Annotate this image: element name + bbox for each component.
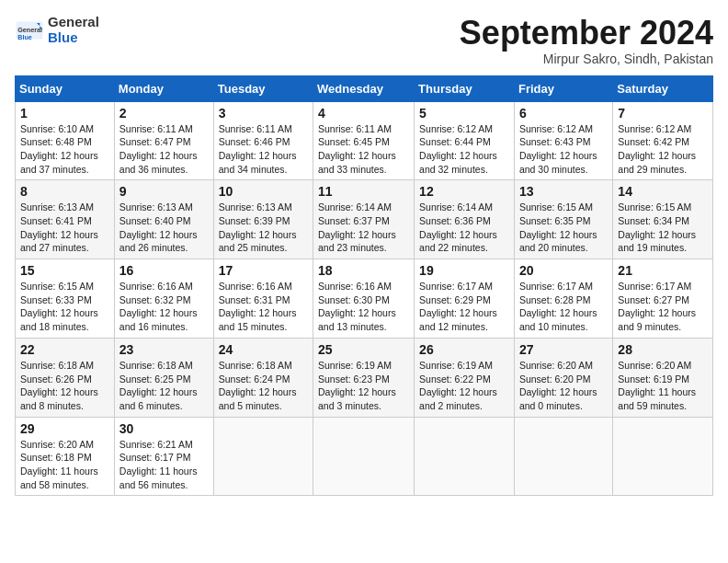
month-title: September 2024 [460,15,713,52]
calendar-cell: 22Sunrise: 6:18 AMSunset: 6:26 PMDayligh… [16,338,115,417]
day-number: 14 [618,184,708,199]
day-info: Sunrise: 6:11 AMSunset: 6:46 PMDaylight:… [219,122,308,177]
calendar-cell: 9Sunrise: 6:13 AMSunset: 6:40 PMDaylight… [114,180,213,259]
day-number: 24 [219,342,308,357]
day-number: 26 [419,342,509,357]
calendar-cell: 4Sunrise: 6:11 AMSunset: 6:45 PMDaylight… [313,101,415,180]
day-info: Sunrise: 6:19 AMSunset: 6:22 PMDaylight:… [419,359,509,413]
day-info: Sunrise: 6:16 AMSunset: 6:31 PMDaylight:… [219,280,308,334]
day-number: 25 [318,342,409,357]
day-info: Sunrise: 6:17 AMSunset: 6:29 PMDaylight:… [419,280,509,334]
header-day-friday: Friday [514,75,612,101]
calendar-cell: 1Sunrise: 6:10 AMSunset: 6:48 PMDaylight… [16,101,115,180]
header-day-saturday: Saturday [613,75,713,101]
day-number: 13 [519,184,608,199]
calendar-cell [613,417,713,496]
day-info: Sunrise: 6:16 AMSunset: 6:30 PMDaylight:… [318,280,409,334]
calendar-cell: 12Sunrise: 6:14 AMSunset: 6:36 PMDayligh… [415,180,515,259]
svg-text:Blue: Blue [17,32,32,40]
day-number: 16 [119,263,209,278]
logo-blue-text: Blue [48,30,99,46]
calendar-cell: 20Sunrise: 6:17 AMSunset: 6:28 PMDayligh… [514,259,612,339]
day-number: 15 [20,263,109,278]
day-info: Sunrise: 6:15 AMSunset: 6:35 PMDaylight:… [519,201,608,255]
calendar-cell: 6Sunrise: 6:12 AMSunset: 6:43 PMDaylight… [514,101,612,180]
location: Mirpur Sakro, Sindh, Pakistan [460,52,713,66]
day-number: 6 [519,106,608,121]
header-day-thursday: Thursday [415,75,515,101]
calendar-cell: 3Sunrise: 6:11 AMSunset: 6:46 PMDaylight… [213,101,313,180]
day-info: Sunrise: 6:13 AMSunset: 6:39 PMDaylight:… [219,201,308,255]
calendar-cell: 16Sunrise: 6:16 AMSunset: 6:32 PMDayligh… [114,259,213,339]
page-header: General Blue General Blue September 2024… [15,15,713,66]
day-info: Sunrise: 6:11 AMSunset: 6:45 PMDaylight:… [318,122,409,177]
day-number: 20 [519,263,608,278]
header-day-monday: Monday [114,75,213,101]
day-number: 19 [419,263,509,278]
day-number: 5 [419,106,509,121]
calendar-cell [415,417,515,496]
calendar-cell: 13Sunrise: 6:15 AMSunset: 6:35 PMDayligh… [514,180,612,259]
day-info: Sunrise: 6:12 AMSunset: 6:42 PMDaylight:… [618,122,708,177]
logo: General Blue General Blue [15,15,99,45]
day-number: 10 [219,184,308,199]
calendar-week-row: 29Sunrise: 6:20 AMSunset: 6:18 PMDayligh… [16,417,713,496]
day-info: Sunrise: 6:20 AMSunset: 6:19 PMDaylight:… [618,359,708,413]
day-info: Sunrise: 6:14 AMSunset: 6:36 PMDaylight:… [419,201,509,255]
day-number: 2 [119,106,209,121]
header-day-tuesday: Tuesday [213,75,313,101]
day-info: Sunrise: 6:18 AMSunset: 6:26 PMDaylight:… [20,359,109,413]
logo-icon: General Blue [15,16,44,45]
calendar-table: SundayMondayTuesdayWednesdayThursdayFrid… [15,75,713,497]
day-number: 3 [219,106,308,121]
calendar-cell: 27Sunrise: 6:20 AMSunset: 6:20 PMDayligh… [514,338,612,417]
calendar-cell: 17Sunrise: 6:16 AMSunset: 6:31 PMDayligh… [213,259,313,339]
calendar-header-row: SundayMondayTuesdayWednesdayThursdayFrid… [16,75,713,101]
day-info: Sunrise: 6:20 AMSunset: 6:18 PMDaylight:… [20,438,109,492]
calendar-cell: 23Sunrise: 6:18 AMSunset: 6:25 PMDayligh… [114,338,213,417]
calendar-cell: 7Sunrise: 6:12 AMSunset: 6:42 PMDaylight… [613,101,713,180]
day-number: 12 [419,184,509,199]
day-number: 18 [318,263,409,278]
day-info: Sunrise: 6:21 AMSunset: 6:17 PMDaylight:… [119,438,209,492]
day-info: Sunrise: 6:12 AMSunset: 6:44 PMDaylight:… [419,122,509,177]
day-number: 28 [618,342,708,357]
day-number: 11 [318,184,409,199]
calendar-cell: 25Sunrise: 6:19 AMSunset: 6:23 PMDayligh… [313,338,415,417]
day-number: 22 [20,342,109,357]
calendar-cell: 11Sunrise: 6:14 AMSunset: 6:37 PMDayligh… [313,180,415,259]
day-number: 30 [119,421,209,436]
day-info: Sunrise: 6:15 AMSunset: 6:33 PMDaylight:… [20,280,109,334]
calendar-cell: 21Sunrise: 6:17 AMSunset: 6:27 PMDayligh… [613,259,713,339]
day-info: Sunrise: 6:14 AMSunset: 6:37 PMDaylight:… [318,201,409,255]
day-info: Sunrise: 6:19 AMSunset: 6:23 PMDaylight:… [318,359,409,413]
calendar-week-row: 1Sunrise: 6:10 AMSunset: 6:48 PMDaylight… [16,101,713,180]
day-number: 9 [119,184,209,199]
calendar-cell: 2Sunrise: 6:11 AMSunset: 6:47 PMDaylight… [114,101,213,180]
day-info: Sunrise: 6:10 AMSunset: 6:48 PMDaylight:… [20,122,109,177]
day-number: 7 [618,106,708,121]
calendar-cell: 28Sunrise: 6:20 AMSunset: 6:19 PMDayligh… [613,338,713,417]
day-number: 21 [618,263,708,278]
day-info: Sunrise: 6:13 AMSunset: 6:41 PMDaylight:… [20,201,109,255]
calendar-cell: 26Sunrise: 6:19 AMSunset: 6:22 PMDayligh… [415,338,515,417]
day-number: 4 [318,106,409,121]
header-day-sunday: Sunday [16,75,115,101]
day-info: Sunrise: 6:13 AMSunset: 6:40 PMDaylight:… [119,201,209,255]
day-number: 29 [20,421,109,436]
calendar-cell: 18Sunrise: 6:16 AMSunset: 6:30 PMDayligh… [313,259,415,339]
calendar-cell: 30Sunrise: 6:21 AMSunset: 6:17 PMDayligh… [114,417,213,496]
calendar-cell: 14Sunrise: 6:15 AMSunset: 6:34 PMDayligh… [613,180,713,259]
calendar-cell: 8Sunrise: 6:13 AMSunset: 6:41 PMDaylight… [16,180,115,259]
calendar-week-row: 22Sunrise: 6:18 AMSunset: 6:26 PMDayligh… [16,338,713,417]
day-number: 8 [20,184,109,199]
calendar-cell [213,417,313,496]
day-info: Sunrise: 6:12 AMSunset: 6:43 PMDaylight:… [519,122,608,177]
calendar-week-row: 15Sunrise: 6:15 AMSunset: 6:33 PMDayligh… [16,259,713,339]
logo-general-text: General [48,15,99,30]
day-info: Sunrise: 6:11 AMSunset: 6:47 PMDaylight:… [119,122,209,177]
header-day-wednesday: Wednesday [313,75,415,101]
day-number: 17 [219,263,308,278]
calendar-cell: 10Sunrise: 6:13 AMSunset: 6:39 PMDayligh… [213,180,313,259]
day-info: Sunrise: 6:17 AMSunset: 6:27 PMDaylight:… [618,280,708,334]
